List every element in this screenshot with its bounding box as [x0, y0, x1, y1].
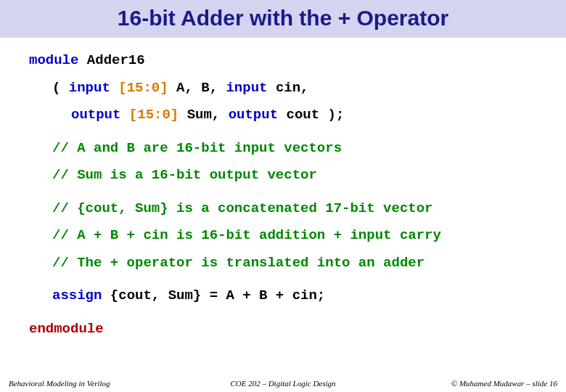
range2: [15:0]	[120, 107, 186, 123]
kw-output2: output	[229, 107, 278, 123]
gap	[29, 193, 537, 199]
assign-expr: {cout, Sum} = A + B + cin;	[102, 287, 325, 303]
kw-input2: input	[226, 80, 267, 96]
sig-cout: cout );	[278, 107, 344, 123]
sig-cin: cin,	[267, 80, 308, 96]
sig-sum: Sum,	[187, 107, 229, 123]
code-line-ports2: output [15:0] Sum, output cout );	[29, 105, 537, 126]
comment-3: // {cout, Sum} is a concatenated 17-bit …	[29, 199, 537, 219]
code-line-ports1: ( input [15:0] A, B, input cin,	[29, 78, 537, 99]
kw-output1: output	[71, 107, 120, 123]
code-line-module: module Adder16	[29, 51, 537, 71]
open-paren: (	[52, 80, 69, 96]
gap	[29, 133, 537, 139]
module-name: Adder16	[78, 52, 144, 68]
footer-left: Behavioral Modeling in Verilog	[9, 379, 192, 388]
kw-assign: assign	[52, 287, 102, 303]
kw-endmodule: endmodule	[29, 319, 537, 340]
code-block: module Adder16 ( input [15:0] A, B, inpu…	[0, 38, 566, 339]
comment-4: // A + B + cin is 16-bit addition + inpu…	[29, 226, 537, 246]
slide-title-bar: 16-bit Adder with the + Operator	[0, 0, 566, 38]
footer-center: COE 202 – Digital Logic Design	[192, 379, 374, 388]
slide-footer: Behavioral Modeling in Verilog COE 202 –…	[0, 376, 566, 392]
kw-module: module	[29, 52, 78, 68]
sig-ab: A, B,	[176, 80, 226, 96]
gap	[29, 314, 537, 319]
code-line-assign: assign {cout, Sum} = A + B + cin;	[29, 286, 537, 306]
comment-2: // Sum is a 16-bit output vector	[29, 166, 537, 186]
slide-title: 16-bit Adder with the + Operator	[0, 6, 566, 30]
kw-input1: input	[69, 80, 110, 96]
gap	[29, 280, 537, 286]
comment-1: // A and B are 16-bit input vectors	[29, 139, 537, 159]
footer-right: © Muhamed Mudawar – slide 16	[374, 379, 557, 388]
comment-5: // The + operator is translated into an …	[29, 253, 537, 274]
range1: [15:0]	[110, 80, 176, 96]
